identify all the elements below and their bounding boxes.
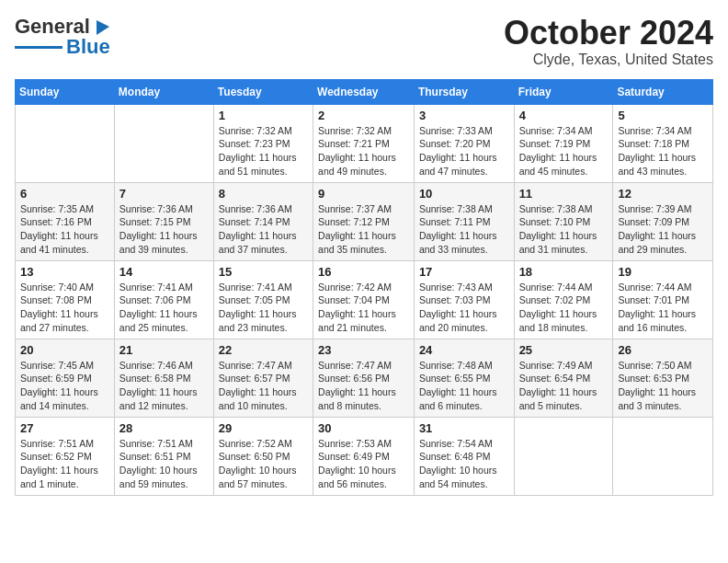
calendar-week-row: 13Sunrise: 7:40 AM Sunset: 7:08 PM Dayli…: [16, 260, 713, 339]
location-title: Clyde, Texas, United States: [504, 52, 713, 68]
calendar-cell: 2Sunrise: 7:32 AM Sunset: 7:21 PM Daylig…: [313, 104, 415, 182]
day-number: 10: [419, 187, 509, 201]
calendar-cell: 13Sunrise: 7:40 AM Sunset: 7:08 PM Dayli…: [16, 260, 115, 339]
calendar-cell: 23Sunrise: 7:47 AM Sunset: 6:56 PM Dayli…: [313, 339, 415, 417]
calendar-cell: [613, 417, 713, 495]
day-number: 9: [318, 187, 409, 201]
day-number: 14: [119, 265, 209, 279]
calendar-header-monday: Monday: [114, 79, 213, 104]
day-number: 8: [219, 187, 308, 201]
logo-triangle-icon: [91, 17, 111, 37]
day-number: 12: [618, 187, 708, 201]
day-detail: Sunrise: 7:41 AM Sunset: 7:06 PM Dayligh…: [119, 281, 209, 335]
calendar-header-friday: Friday: [514, 79, 613, 104]
calendar-cell: 30Sunrise: 7:53 AM Sunset: 6:49 PM Dayli…: [313, 417, 415, 495]
calendar-cell: [114, 104, 213, 182]
day-number: 19: [618, 265, 708, 279]
day-number: 21: [119, 343, 209, 357]
day-number: 23: [318, 343, 409, 357]
calendar-cell: 28Sunrise: 7:51 AM Sunset: 6:51 PM Dayli…: [114, 417, 213, 495]
calendar-cell: 3Sunrise: 7:33 AM Sunset: 7:20 PM Daylig…: [414, 104, 514, 182]
day-number: 31: [419, 421, 509, 435]
calendar-cell: 26Sunrise: 7:50 AM Sunset: 6:53 PM Dayli…: [613, 339, 713, 417]
day-detail: Sunrise: 7:54 AM Sunset: 6:48 PM Dayligh…: [419, 437, 509, 491]
calendar-cell: 31Sunrise: 7:54 AM Sunset: 6:48 PM Dayli…: [414, 417, 514, 495]
day-detail: Sunrise: 7:51 AM Sunset: 6:51 PM Dayligh…: [119, 437, 209, 491]
calendar-cell: 5Sunrise: 7:34 AM Sunset: 7:18 PM Daylig…: [613, 104, 713, 182]
day-number: 27: [20, 421, 109, 435]
day-detail: Sunrise: 7:39 AM Sunset: 7:09 PM Dayligh…: [618, 202, 708, 257]
calendar-header-sunday: Sunday: [16, 79, 115, 104]
calendar-header-tuesday: Tuesday: [213, 79, 313, 104]
day-detail: Sunrise: 7:38 AM Sunset: 7:10 PM Dayligh…: [519, 202, 609, 257]
day-detail: Sunrise: 7:42 AM Sunset: 7:04 PM Dayligh…: [318, 281, 409, 335]
day-number: 2: [318, 109, 409, 122]
day-number: 13: [20, 265, 109, 279]
logo-line: [15, 46, 63, 49]
day-detail: Sunrise: 7:49 AM Sunset: 6:54 PM Dayligh…: [519, 359, 609, 413]
day-number: 17: [419, 265, 509, 279]
page-header: General Blue October 2024 Clyde, Texas, …: [15, 15, 713, 68]
day-number: 3: [419, 109, 509, 122]
day-number: 7: [119, 187, 209, 201]
day-detail: Sunrise: 7:52 AM Sunset: 6:50 PM Dayligh…: [219, 437, 308, 491]
calendar-cell: 1Sunrise: 7:32 AM Sunset: 7:23 PM Daylig…: [213, 104, 313, 182]
calendar-header-saturday: Saturday: [613, 79, 713, 104]
calendar-cell: 21Sunrise: 7:46 AM Sunset: 6:58 PM Dayli…: [114, 339, 213, 417]
calendar-week-row: 6Sunrise: 7:35 AM Sunset: 7:16 PM Daylig…: [16, 182, 713, 260]
day-number: 15: [219, 265, 308, 279]
day-detail: Sunrise: 7:40 AM Sunset: 7:08 PM Dayligh…: [20, 281, 109, 335]
day-detail: Sunrise: 7:43 AM Sunset: 7:03 PM Dayligh…: [419, 281, 509, 335]
calendar-cell: 29Sunrise: 7:52 AM Sunset: 6:50 PM Dayli…: [213, 417, 313, 495]
day-number: 4: [519, 109, 609, 122]
calendar-header-thursday: Thursday: [414, 79, 514, 104]
day-detail: Sunrise: 7:34 AM Sunset: 7:19 PM Dayligh…: [519, 124, 609, 178]
day-number: 24: [419, 343, 509, 357]
calendar-week-row: 27Sunrise: 7:51 AM Sunset: 6:52 PM Dayli…: [16, 417, 713, 495]
day-number: 6: [20, 187, 109, 201]
calendar-cell: 15Sunrise: 7:41 AM Sunset: 7:05 PM Dayli…: [213, 260, 313, 339]
day-number: 22: [219, 343, 308, 357]
calendar-week-row: 20Sunrise: 7:45 AM Sunset: 6:59 PM Dayli…: [16, 339, 713, 417]
calendar-header-wednesday: Wednesday: [313, 79, 415, 104]
day-detail: Sunrise: 7:33 AM Sunset: 7:20 PM Dayligh…: [419, 124, 509, 178]
day-detail: Sunrise: 7:53 AM Sunset: 6:49 PM Dayligh…: [318, 437, 409, 491]
calendar-cell: 17Sunrise: 7:43 AM Sunset: 7:03 PM Dayli…: [414, 260, 514, 339]
day-detail: Sunrise: 7:34 AM Sunset: 7:18 PM Dayligh…: [618, 124, 708, 178]
calendar-cell: 24Sunrise: 7:48 AM Sunset: 6:55 PM Dayli…: [414, 339, 514, 417]
calendar-cell: 11Sunrise: 7:38 AM Sunset: 7:10 PM Dayli…: [514, 182, 613, 260]
day-detail: Sunrise: 7:44 AM Sunset: 7:01 PM Dayligh…: [618, 281, 708, 335]
day-number: 18: [519, 265, 609, 279]
calendar-cell: 25Sunrise: 7:49 AM Sunset: 6:54 PM Dayli…: [514, 339, 613, 417]
day-detail: Sunrise: 7:35 AM Sunset: 7:16 PM Dayligh…: [20, 202, 109, 257]
calendar-cell: 19Sunrise: 7:44 AM Sunset: 7:01 PM Dayli…: [613, 260, 713, 339]
calendar-header-row: SundayMondayTuesdayWednesdayThursdayFrid…: [16, 79, 713, 104]
svg-marker-0: [97, 20, 109, 35]
day-detail: Sunrise: 7:41 AM Sunset: 7:05 PM Dayligh…: [219, 281, 308, 335]
calendar-cell: 9Sunrise: 7:37 AM Sunset: 7:12 PM Daylig…: [313, 182, 415, 260]
day-detail: Sunrise: 7:36 AM Sunset: 7:14 PM Dayligh…: [219, 202, 308, 257]
day-detail: Sunrise: 7:36 AM Sunset: 7:15 PM Dayligh…: [119, 202, 209, 257]
day-detail: Sunrise: 7:45 AM Sunset: 6:59 PM Dayligh…: [20, 359, 109, 413]
calendar-cell: 22Sunrise: 7:47 AM Sunset: 6:57 PM Dayli…: [213, 339, 313, 417]
calendar-cell: 18Sunrise: 7:44 AM Sunset: 7:02 PM Dayli…: [514, 260, 613, 339]
day-number: 28: [119, 421, 209, 435]
calendar-cell: 12Sunrise: 7:39 AM Sunset: 7:09 PM Dayli…: [613, 182, 713, 260]
calendar-cell: 6Sunrise: 7:35 AM Sunset: 7:16 PM Daylig…: [16, 182, 115, 260]
calendar-table: SundayMondayTuesdayWednesdayThursdayFrid…: [15, 79, 713, 496]
day-detail: Sunrise: 7:37 AM Sunset: 7:12 PM Dayligh…: [318, 202, 409, 257]
day-number: 1: [219, 109, 308, 122]
calendar-cell: [16, 104, 115, 182]
title-block: October 2024 Clyde, Texas, United States: [504, 15, 713, 68]
logo-text-blue: Blue: [66, 35, 110, 59]
day-detail: Sunrise: 7:51 AM Sunset: 6:52 PM Dayligh…: [20, 437, 109, 491]
calendar-cell: 14Sunrise: 7:41 AM Sunset: 7:06 PM Dayli…: [114, 260, 213, 339]
day-detail: Sunrise: 7:46 AM Sunset: 6:58 PM Dayligh…: [119, 359, 209, 413]
day-number: 29: [219, 421, 308, 435]
day-number: 5: [618, 109, 708, 122]
day-detail: Sunrise: 7:50 AM Sunset: 6:53 PM Dayligh…: [618, 359, 708, 413]
day-number: 25: [519, 343, 609, 357]
day-number: 30: [318, 421, 409, 435]
calendar-cell: [514, 417, 613, 495]
day-number: 11: [519, 187, 609, 201]
